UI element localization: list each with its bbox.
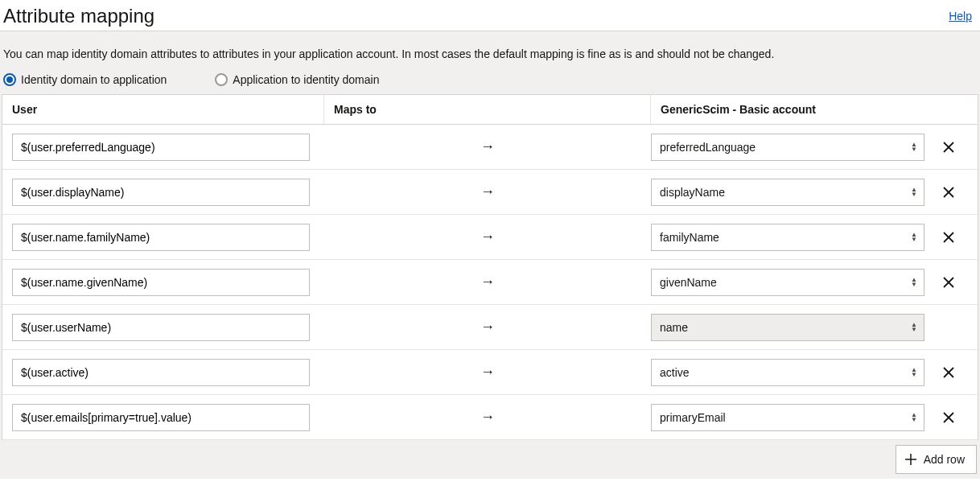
target-attribute-select[interactable]: givenName▲▼	[651, 269, 924, 296]
close-icon	[942, 366, 955, 379]
user-attribute-input[interactable]	[12, 314, 310, 341]
maps-to-arrow-icon: →	[324, 364, 651, 381]
table-row: →primaryEmail▲▼	[2, 395, 978, 440]
user-attribute-input[interactable]	[12, 269, 310, 296]
updown-stepper-icon: ▲▼	[911, 368, 917, 377]
delete-row-button[interactable]	[939, 138, 958, 157]
user-attribute-input[interactable]	[12, 179, 310, 206]
page-title: Attribute mapping	[2, 5, 154, 27]
updown-stepper-icon: ▲▼	[911, 233, 917, 242]
user-attribute-input[interactable]	[12, 224, 310, 251]
plus-icon	[904, 453, 917, 466]
close-icon	[942, 231, 955, 244]
close-icon	[942, 276, 955, 289]
table-row: →name▲▼	[2, 305, 978, 350]
delete-row-button[interactable]	[939, 408, 958, 427]
select-value: name	[660, 321, 688, 334]
maps-to-arrow-icon: →	[324, 183, 651, 200]
updown-stepper-icon: ▲▼	[911, 323, 917, 332]
target-attribute-select[interactable]: active▲▼	[651, 359, 924, 386]
target-attribute-select[interactable]: primaryEmail▲▼	[651, 404, 924, 431]
close-icon	[942, 186, 955, 199]
page-header: Attribute mapping Help	[0, 0, 980, 31]
updown-stepper-icon: ▲▼	[911, 278, 917, 287]
table-body: →preferredLanguage▲▼→displayName▲▼→famil…	[2, 125, 978, 440]
delete-row-button[interactable]	[939, 363, 958, 382]
maps-to-arrow-icon: →	[324, 274, 651, 290]
close-icon	[942, 411, 955, 424]
help-link[interactable]: Help	[949, 5, 972, 23]
maps-to-arrow-icon: →	[324, 228, 651, 245]
user-attribute-input[interactable]	[12, 404, 310, 431]
radio-checked-icon	[3, 73, 16, 86]
column-header-target: GenericScim - Basic account	[651, 95, 978, 124]
add-row-button[interactable]: Add row	[896, 445, 977, 474]
table-row: →displayName▲▼	[2, 170, 978, 215]
maps-to-arrow-icon: →	[324, 138, 651, 155]
description-text: You can map identity domain attributes t…	[3, 47, 978, 60]
select-value: preferredLanguage	[660, 141, 756, 154]
table-row: →familyName▲▼	[2, 215, 978, 260]
direction-radio-group: Identity domain to application Applicati…	[3, 73, 978, 86]
maps-to-arrow-icon: →	[324, 319, 651, 336]
radio-identity-to-application[interactable]: Identity domain to application	[3, 73, 167, 86]
table-row: →givenName▲▼	[2, 260, 978, 305]
updown-stepper-icon: ▲▼	[911, 413, 917, 422]
delete-row-button[interactable]	[939, 183, 958, 202]
select-value: primaryEmail	[660, 411, 726, 424]
select-value: familyName	[660, 231, 719, 244]
maps-to-arrow-icon: →	[324, 409, 651, 426]
table-row: →active▲▼	[2, 350, 978, 395]
radio-label: Identity domain to application	[21, 73, 167, 86]
target-attribute-select[interactable]: familyName▲▼	[651, 224, 924, 251]
table-footer: Add row	[2, 440, 978, 479]
select-value: givenName	[660, 276, 717, 289]
radio-label: Application to identity domain	[233, 73, 379, 86]
column-header-mapsto: Maps to	[324, 95, 651, 124]
close-icon	[942, 141, 955, 154]
delete-row-button[interactable]	[939, 228, 958, 247]
select-value: displayName	[660, 186, 725, 199]
table-header-row: User Maps to GenericScim - Basic account	[2, 95, 978, 125]
add-row-label: Add row	[924, 453, 965, 466]
updown-stepper-icon: ▲▼	[911, 187, 917, 197]
select-value: active	[660, 366, 690, 379]
target-attribute-select[interactable]: preferredLanguage▲▼	[651, 134, 924, 161]
delete-row-button[interactable]	[939, 273, 958, 292]
user-attribute-input[interactable]	[12, 134, 310, 161]
target-attribute-select: name▲▼	[651, 314, 924, 341]
table-row: →preferredLanguage▲▼	[2, 125, 978, 170]
radio-application-to-identity[interactable]: Application to identity domain	[215, 73, 379, 86]
column-header-user: User	[2, 95, 324, 124]
target-attribute-select[interactable]: displayName▲▼	[651, 179, 924, 206]
radio-unchecked-icon	[215, 73, 228, 86]
user-attribute-input[interactable]	[12, 359, 310, 386]
attribute-mapping-table: User Maps to GenericScim - Basic account…	[2, 94, 978, 440]
updown-stepper-icon: ▲▼	[911, 142, 917, 152]
